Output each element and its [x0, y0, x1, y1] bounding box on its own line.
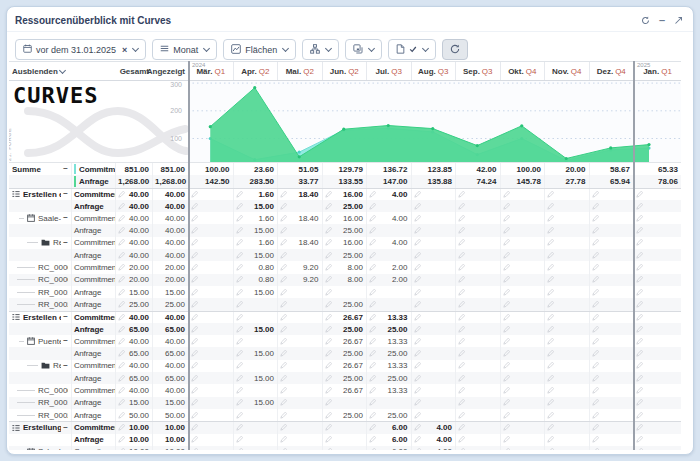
hierarchy-button[interactable]	[302, 39, 339, 60]
edit-pencil-icon[interactable]	[191, 448, 198, 450]
edit-pencil-icon[interactable]	[458, 227, 465, 234]
edit-pencil-icon[interactable]	[236, 239, 243, 246]
edit-pencil-icon[interactable]	[191, 252, 198, 259]
edit-pencil-icon[interactable]	[118, 289, 125, 296]
edit-pencil-icon[interactable]	[592, 387, 599, 394]
edit-pencil-icon[interactable]	[414, 436, 421, 443]
edit-pencil-icon[interactable]	[236, 314, 243, 321]
edit-pencil-icon[interactable]	[592, 399, 599, 406]
edit-pencil-icon[interactable]	[280, 448, 287, 450]
edit-pencil-icon[interactable]	[592, 412, 599, 419]
edit-pencil-icon[interactable]	[636, 448, 643, 450]
edit-pencil-icon[interactable]	[236, 436, 243, 443]
edit-pencil-icon[interactable]	[191, 362, 198, 369]
edit-pencil-icon[interactable]	[547, 326, 554, 333]
edit-pencil-icon[interactable]	[458, 436, 465, 443]
minimize-icon[interactable]: –	[659, 16, 665, 24]
edit-pencil-icon[interactable]	[191, 387, 198, 394]
edit-pencil-icon[interactable]	[458, 289, 465, 296]
edit-pencil-icon[interactable]	[414, 338, 421, 345]
edit-pencil-icon[interactable]	[369, 448, 376, 450]
edit-pencil-icon[interactable]	[118, 276, 125, 283]
chart-type-button[interactable]: Flächen	[223, 39, 296, 60]
edit-pencil-icon[interactable]	[414, 399, 421, 406]
collapse-toggle[interactable]: −	[61, 337, 68, 345]
edit-pencil-icon[interactable]	[458, 448, 465, 450]
edit-pencil-icon[interactable]	[325, 215, 332, 222]
edit-pencil-icon[interactable]	[236, 227, 243, 234]
edit-pencil-icon[interactable]	[191, 227, 198, 234]
edit-pencil-icon[interactable]	[325, 301, 332, 308]
edit-pencil-icon[interactable]	[414, 191, 421, 198]
edit-pencil-icon[interactable]	[503, 314, 510, 321]
edit-pencil-icon[interactable]	[592, 326, 599, 333]
edit-pencil-icon[interactable]	[369, 252, 376, 259]
collapse-toggle[interactable]: −	[61, 190, 68, 198]
edit-pencil-icon[interactable]	[118, 412, 125, 419]
edit-pencil-icon[interactable]	[414, 252, 421, 259]
edit-pencil-icon[interactable]	[636, 399, 643, 406]
edit-pencil-icon[interactable]	[547, 289, 554, 296]
edit-pencil-icon[interactable]	[280, 375, 287, 382]
edit-pencil-icon[interactable]	[636, 412, 643, 419]
edit-pencil-icon[interactable]	[280, 338, 287, 345]
edit-pencil-icon[interactable]	[547, 338, 554, 345]
document-check-button[interactable]	[388, 39, 436, 60]
hide-dropdown[interactable]: Ausblenden	[9, 62, 71, 80]
edit-pencil-icon[interactable]	[414, 362, 421, 369]
edit-pencil-icon[interactable]	[325, 338, 332, 345]
edit-pencil-icon[interactable]	[118, 252, 125, 259]
edit-pencil-icon[interactable]	[414, 412, 421, 419]
edit-pencil-icon[interactable]	[325, 264, 332, 271]
collapse-toggle[interactable]: −	[61, 313, 68, 321]
edit-pencil-icon[interactable]	[547, 362, 554, 369]
edit-pencil-icon[interactable]	[280, 227, 287, 234]
edit-pencil-icon[interactable]	[280, 191, 287, 198]
edit-pencil-icon[interactable]	[236, 399, 243, 406]
edit-pencil-icon[interactable]	[592, 338, 599, 345]
edit-pencil-icon[interactable]	[191, 276, 198, 283]
edit-pencil-icon[interactable]	[191, 239, 198, 246]
edit-pencil-icon[interactable]	[118, 448, 125, 450]
edit-pencil-icon[interactable]	[325, 203, 332, 210]
edit-pencil-icon[interactable]	[458, 301, 465, 308]
edit-pencil-icon[interactable]	[236, 387, 243, 394]
edit-pencil-icon[interactable]	[547, 264, 554, 271]
edit-pencil-icon[interactable]	[503, 215, 510, 222]
edit-pencil-icon[interactable]	[414, 264, 421, 271]
edit-pencil-icon[interactable]	[236, 375, 243, 382]
edit-pencil-icon[interactable]	[118, 314, 125, 321]
edit-pencil-icon[interactable]	[369, 326, 376, 333]
edit-pencil-icon[interactable]	[191, 338, 198, 345]
edit-pencil-icon[interactable]	[280, 215, 287, 222]
edit-pencil-icon[interactable]	[280, 203, 287, 210]
edit-pencil-icon[interactable]	[547, 375, 554, 382]
clear-filter-icon[interactable]: ×	[122, 45, 127, 55]
edit-pencil-icon[interactable]	[280, 436, 287, 443]
edit-pencil-icon[interactable]	[118, 375, 125, 382]
edit-pencil-icon[interactable]	[325, 436, 332, 443]
edit-pencil-icon[interactable]	[280, 412, 287, 419]
edit-pencil-icon[interactable]	[369, 289, 376, 296]
edit-pencil-icon[interactable]	[636, 289, 643, 296]
edit-pencil-icon[interactable]	[636, 203, 643, 210]
edit-pencil-icon[interactable]	[369, 350, 376, 357]
edit-pencil-icon[interactable]	[236, 215, 243, 222]
edit-pencil-icon[interactable]	[325, 191, 332, 198]
edit-pencil-icon[interactable]	[636, 338, 643, 345]
edit-pencil-icon[interactable]	[236, 301, 243, 308]
edit-pencil-icon[interactable]	[118, 227, 125, 234]
edit-pencil-icon[interactable]	[280, 264, 287, 271]
edit-pencil-icon[interactable]	[280, 252, 287, 259]
edit-pencil-icon[interactable]	[325, 424, 332, 431]
edit-pencil-icon[interactable]	[118, 215, 125, 222]
edit-pencil-icon[interactable]	[414, 203, 421, 210]
edit-pencil-icon[interactable]	[503, 252, 510, 259]
edit-pencil-icon[interactable]	[369, 191, 376, 198]
edit-pencil-icon[interactable]	[236, 264, 243, 271]
edit-pencil-icon[interactable]	[369, 399, 376, 406]
edit-pencil-icon[interactable]	[414, 239, 421, 246]
edit-pencil-icon[interactable]	[369, 314, 376, 321]
edit-pencil-icon[interactable]	[636, 314, 643, 321]
edit-pencil-icon[interactable]	[636, 264, 643, 271]
